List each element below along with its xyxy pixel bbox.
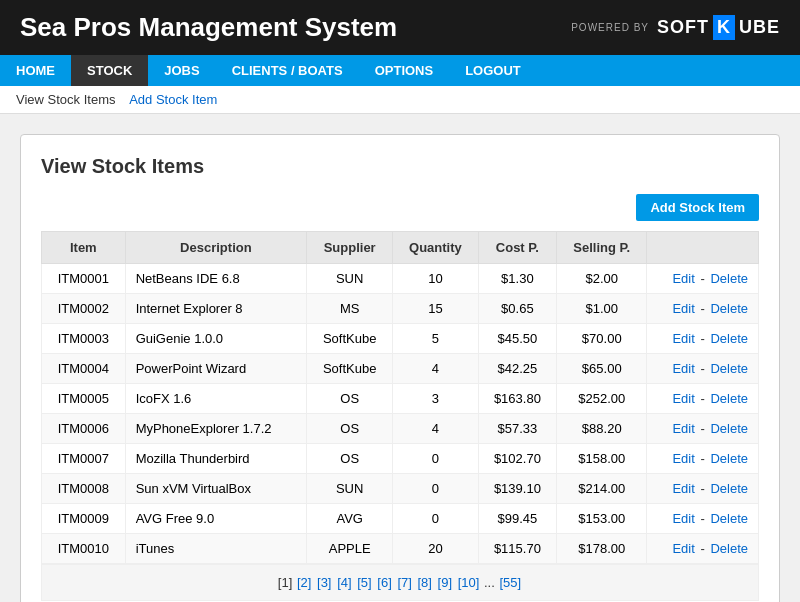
stock-table: Item Description Supplier Quantity Cost …	[41, 231, 759, 564]
cell-actions: Edit - Delete	[647, 324, 759, 354]
cell-item: ITM0003	[42, 324, 126, 354]
pagination: [1] [2] [3] [4] [5] [6] [7] [8] [9] [10]…	[41, 564, 759, 601]
page-7[interactable]: [7]	[397, 575, 411, 590]
cell-selling: $1.00	[557, 294, 647, 324]
cell-cost: $45.50	[478, 324, 557, 354]
table-row: ITM0009 AVG Free 9.0 AVG 0 $99.45 $153.0…	[42, 504, 759, 534]
nav-options[interactable]: OPTIONS	[359, 55, 450, 86]
table-row: ITM0010 iTunes APPLE 20 $115.70 $178.00 …	[42, 534, 759, 564]
table-row: ITM0008 Sun xVM VirtualBox SUN 0 $139.10…	[42, 474, 759, 504]
cell-cost: $99.45	[478, 504, 557, 534]
action-separator: -	[700, 511, 708, 526]
delete-link[interactable]: Delete	[710, 421, 748, 436]
cell-supplier: MS	[307, 294, 393, 324]
cell-item: ITM0002	[42, 294, 126, 324]
edit-link[interactable]: Edit	[672, 511, 694, 526]
table-header-row: Item Description Supplier Quantity Cost …	[42, 232, 759, 264]
cell-actions: Edit - Delete	[647, 384, 759, 414]
cell-quantity: 5	[393, 324, 478, 354]
page-current: [1]	[278, 575, 292, 590]
page-3[interactable]: [3]	[317, 575, 331, 590]
edit-link[interactable]: Edit	[672, 541, 694, 556]
cell-quantity: 15	[393, 294, 478, 324]
delete-link[interactable]: Delete	[710, 541, 748, 556]
cell-item: ITM0007	[42, 444, 126, 474]
nav-clients-boats[interactable]: CLIENTS / BOATS	[216, 55, 359, 86]
page-10[interactable]: [10]	[458, 575, 480, 590]
cell-selling: $70.00	[557, 324, 647, 354]
cell-cost: $57.33	[478, 414, 557, 444]
edit-link[interactable]: Edit	[672, 271, 694, 286]
logo-k: K	[713, 15, 735, 40]
page-6[interactable]: [6]	[377, 575, 391, 590]
cell-description: NetBeans IDE 6.8	[125, 264, 306, 294]
delete-link[interactable]: Delete	[710, 481, 748, 496]
cell-item: ITM0005	[42, 384, 126, 414]
delete-link[interactable]: Delete	[710, 331, 748, 346]
col-header-quantity: Quantity	[393, 232, 478, 264]
page-8[interactable]: [8]	[418, 575, 432, 590]
edit-link[interactable]: Edit	[672, 481, 694, 496]
page-5[interactable]: [5]	[357, 575, 371, 590]
action-separator: -	[700, 331, 708, 346]
cell-description: Internet Explorer 8	[125, 294, 306, 324]
cell-actions: Edit - Delete	[647, 474, 759, 504]
page-9[interactable]: [9]	[438, 575, 452, 590]
cell-actions: Edit - Delete	[647, 534, 759, 564]
cell-description: GuiGenie 1.0.0	[125, 324, 306, 354]
cell-actions: Edit - Delete	[647, 504, 759, 534]
breadcrumb-current[interactable]: View Stock Items	[16, 92, 115, 107]
cell-cost: $115.70	[478, 534, 557, 564]
delete-link[interactable]: Delete	[710, 391, 748, 406]
cell-item: ITM0010	[42, 534, 126, 564]
table-row: ITM0002 Internet Explorer 8 MS 15 $0.65 …	[42, 294, 759, 324]
nav-logout[interactable]: LOGOUT	[449, 55, 537, 86]
nav-jobs[interactable]: JOBS	[148, 55, 215, 86]
table-body: ITM0001 NetBeans IDE 6.8 SUN 10 $1.30 $2…	[42, 264, 759, 564]
edit-link[interactable]: Edit	[672, 301, 694, 316]
logo-soft: SOFT	[657, 17, 709, 38]
action-separator: -	[700, 361, 708, 376]
col-header-selling: Selling P.	[557, 232, 647, 264]
cell-actions: Edit - Delete	[647, 354, 759, 384]
page-55[interactable]: [55]	[499, 575, 521, 590]
cell-supplier: OS	[307, 444, 393, 474]
page-4[interactable]: [4]	[337, 575, 351, 590]
cell-selling: $214.00	[557, 474, 647, 504]
edit-link[interactable]: Edit	[672, 451, 694, 466]
add-stock-item-button-top[interactable]: Add Stock Item	[636, 194, 759, 221]
delete-link[interactable]: Delete	[710, 301, 748, 316]
edit-link[interactable]: Edit	[672, 421, 694, 436]
cell-supplier: APPLE	[307, 534, 393, 564]
app-title: Sea Pros Management System	[20, 12, 397, 43]
delete-link[interactable]: Delete	[710, 451, 748, 466]
nav-stock[interactable]: STOCK	[71, 55, 148, 86]
cell-cost: $42.25	[478, 354, 557, 384]
cell-supplier: AVG	[307, 504, 393, 534]
cell-description: MyPhoneExplorer 1.7.2	[125, 414, 306, 444]
action-separator: -	[700, 451, 708, 466]
page-2[interactable]: [2]	[297, 575, 311, 590]
cell-actions: Edit - Delete	[647, 414, 759, 444]
edit-link[interactable]: Edit	[672, 361, 694, 376]
cell-actions: Edit - Delete	[647, 294, 759, 324]
cell-quantity: 4	[393, 414, 478, 444]
action-separator: -	[700, 421, 708, 436]
table-row: ITM0004 PowerPoint Wizard SoftKube 4 $42…	[42, 354, 759, 384]
delete-link[interactable]: Delete	[710, 361, 748, 376]
action-separator: -	[700, 271, 708, 286]
col-header-actions	[647, 232, 759, 264]
cell-quantity: 0	[393, 504, 478, 534]
cell-selling: $153.00	[557, 504, 647, 534]
edit-link[interactable]: Edit	[672, 391, 694, 406]
nav-home[interactable]: HOME	[0, 55, 71, 86]
table-row: ITM0006 MyPhoneExplorer 1.7.2 OS 4 $57.3…	[42, 414, 759, 444]
delete-link[interactable]: Delete	[710, 511, 748, 526]
breadcrumb-add-link[interactable]: Add Stock Item	[129, 92, 217, 107]
cell-supplier: SUN	[307, 264, 393, 294]
delete-link[interactable]: Delete	[710, 271, 748, 286]
cell-quantity: 0	[393, 474, 478, 504]
main-nav: HOME STOCK JOBS CLIENTS / BOATS OPTIONS …	[0, 55, 800, 86]
cell-item: ITM0008	[42, 474, 126, 504]
edit-link[interactable]: Edit	[672, 331, 694, 346]
